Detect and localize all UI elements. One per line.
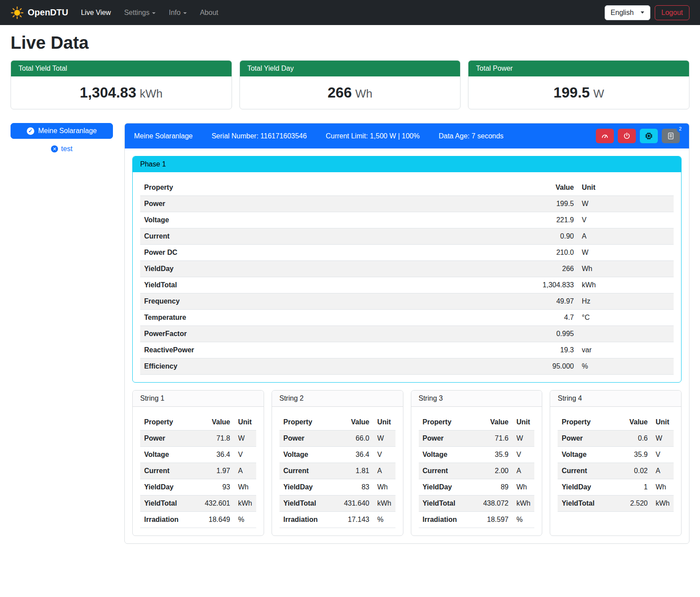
nav-item-settings[interactable]: Settings: [117, 5, 162, 21]
table-row: Power199.5W: [140, 196, 674, 212]
row-val: 19.3: [450, 342, 578, 358]
table-header-row: Property Value Unit: [279, 414, 395, 431]
table-row: YieldDay1Wh: [558, 479, 674, 496]
main-content: Live Data Total Yield Total 1,304.83kWh …: [0, 33, 700, 554]
inverter-test-button[interactable]: ✕ test: [11, 145, 113, 153]
column-header-value: Value: [193, 414, 234, 431]
table-row: Irradiation18.597%: [419, 512, 535, 528]
column-header-property: Property: [558, 414, 615, 431]
row-unit: %: [578, 358, 674, 375]
nav-item-about[interactable]: About: [193, 5, 225, 21]
string-body: Property Value Unit Power71.6WVoltage35.…: [411, 407, 542, 535]
row-val: 35.9: [471, 447, 512, 463]
row-unit: A: [234, 463, 256, 479]
page-title: Live Data: [11, 33, 689, 53]
device-info-button[interactable]: [640, 129, 658, 143]
string-table: Property Value Unit Power71.8WVoltage36.…: [140, 414, 256, 528]
nav-item-label: About: [200, 9, 218, 17]
nav-item-info[interactable]: Info: [162, 5, 193, 21]
table-row: YieldDay83Wh: [279, 479, 395, 496]
table-row: Voltage35.9V: [419, 447, 535, 463]
card-value: 266: [327, 84, 352, 101]
table-row: Current0.02A: [558, 463, 674, 479]
row-prop: Power: [140, 431, 193, 447]
inverter-info: Meine Solaranlage Serial Number: 1161716…: [134, 132, 504, 140]
table-row: Irradiation17.143%: [279, 512, 395, 528]
row-val: 210.0: [450, 245, 578, 261]
row-prop: Power: [558, 431, 615, 447]
table-row: Irradiation18.649%: [140, 512, 256, 528]
column-header-unit: Unit: [374, 414, 395, 431]
row-val: 49.97: [450, 293, 578, 310]
table-row: Voltage36.4V: [279, 447, 395, 463]
logout-button[interactable]: Logout: [655, 5, 689, 20]
inverter-actions: 2: [596, 129, 680, 143]
row-prop: Temperature: [140, 310, 450, 326]
inverter-select-label: Meine Solaranlage: [38, 127, 97, 135]
table-row: YieldTotal438.072kWh: [419, 496, 535, 512]
row-prop: ReactivePower: [140, 342, 450, 358]
row-prop: Voltage: [558, 447, 615, 463]
row-prop: YieldDay: [279, 479, 332, 496]
row-unit: W: [578, 245, 674, 261]
row-val: 1.97: [193, 463, 234, 479]
row-val: 95.000: [450, 358, 578, 375]
row-unit: %: [374, 512, 395, 528]
row-prop: Power: [419, 431, 472, 447]
row-unit: kWh: [512, 496, 534, 512]
table-row: YieldDay266Wh: [140, 261, 674, 277]
nav-item-live-view[interactable]: Live View: [74, 5, 117, 21]
inverter-select-button[interactable]: ✓ Meine Solaranlage: [11, 123, 113, 139]
power-settings-button[interactable]: [618, 129, 636, 143]
row-prop: Voltage: [140, 212, 450, 228]
row-prop: YieldTotal: [279, 496, 332, 512]
check-circle-icon: ✓: [27, 127, 34, 135]
row-unit: %: [512, 512, 534, 528]
power-icon: [623, 132, 631, 140]
brand-label: OpenDTU: [28, 7, 68, 18]
brand[interactable]: OpenDTU: [11, 6, 68, 19]
row-unit: Wh: [512, 479, 534, 496]
navbar-right: English Logout: [605, 5, 689, 20]
sun-icon: [11, 6, 24, 19]
row-prop: YieldDay: [140, 479, 193, 496]
row-prop: YieldTotal: [558, 496, 615, 512]
row-unit: W: [512, 431, 534, 447]
table-row: Power66.0W: [279, 431, 395, 447]
string-title: String 1: [133, 391, 264, 407]
cpu-icon: [645, 132, 653, 140]
row-val: 266: [450, 261, 578, 277]
row-unit: V: [578, 212, 674, 228]
column-header-property: Property: [279, 414, 332, 431]
table-row: Voltage221.9V: [140, 212, 674, 228]
string-title: String 2: [272, 391, 403, 407]
table-row: Voltage36.4V: [140, 447, 256, 463]
row-prop: Current: [419, 463, 472, 479]
strings-grid: String 1 Property Value Unit: [132, 390, 682, 536]
row-prop: Irradiation: [140, 512, 193, 528]
row-val: 2.00: [471, 463, 512, 479]
limit-settings-button[interactable]: [596, 129, 614, 143]
nav-links: Live View Settings Info About: [74, 5, 225, 21]
language-select[interactable]: English: [605, 5, 650, 20]
row-unit: V: [374, 447, 395, 463]
language-select-value: English: [611, 9, 634, 17]
string-table: Property Value Unit Power71.6WVoltage35.…: [419, 414, 535, 528]
row-prop: YieldDay: [140, 261, 450, 277]
table-header-row: Property Value Unit: [419, 414, 535, 431]
row-prop: Current: [140, 228, 450, 245]
string-card-3: String 3 Property Value Unit: [411, 390, 543, 536]
card-title: Total Yield Day: [240, 61, 461, 76]
row-prop: Irradiation: [419, 512, 472, 528]
table-row: YieldTotal2.520kWh: [558, 496, 674, 512]
row-prop: Voltage: [140, 447, 193, 463]
row-prop: PowerFactor: [140, 326, 450, 342]
row-prop: YieldTotal: [419, 496, 472, 512]
phase-title: Phase 1: [133, 156, 681, 172]
event-log-button[interactable]: 2: [662, 129, 680, 143]
row-unit: Wh: [578, 261, 674, 277]
table-row: Efficiency95.000%: [140, 358, 674, 375]
row-val: 1,304.833: [450, 277, 578, 293]
row-val: 0.02: [615, 463, 652, 479]
column-header-unit: Unit: [234, 414, 256, 431]
